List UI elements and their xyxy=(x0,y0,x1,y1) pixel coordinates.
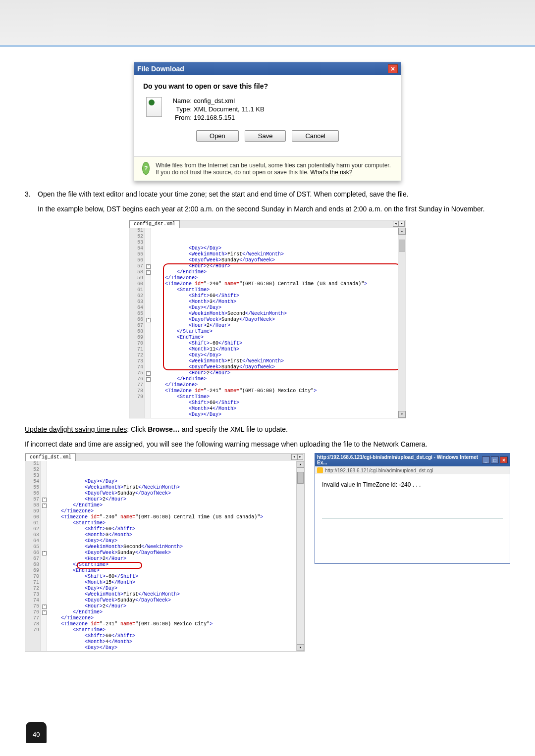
fold-gutter[interactable] xyxy=(41,461,47,651)
dialog-title-text: File Download xyxy=(137,65,184,73)
from-label: From: xyxy=(169,114,192,121)
incorrect-paragraph: If incorrect date and time are assigned,… xyxy=(25,440,510,448)
scroll-down-icon[interactable]: ▾ xyxy=(297,644,304,651)
name-label: Name: xyxy=(169,97,192,104)
shield-help-icon: ? xyxy=(142,162,150,175)
tab-scroll-right-icon[interactable]: ▸ xyxy=(297,454,303,460)
xml-editor-2: config_dst.xml ◂ ▸ 515253545556575859606… xyxy=(25,453,305,652)
step-text: Open the file with text editor and locat… xyxy=(38,190,409,198)
browser-url: http://192.168.6.121/cgi-bin/admin/uploa… xyxy=(325,468,433,473)
browser-body: Invalid value in TimeZone id: -240 . . . xyxy=(315,474,510,563)
line-number-gutter: 5152535455565758596061626364656667686970… xyxy=(129,228,145,418)
minimize-icon[interactable]: _ xyxy=(482,456,490,463)
file-xml-icon xyxy=(146,97,162,117)
code-area[interactable]: <Day></Day> <WeekinMonth>First</WeekinMo… xyxy=(151,228,398,418)
example-paragraph: In the example below, DST begins each ye… xyxy=(38,205,510,213)
cancel-button[interactable]: Cancel xyxy=(292,130,338,142)
line-number-gutter: 5152535455565758596061626364656667686970… xyxy=(25,461,41,651)
browse-label: Browse… xyxy=(148,425,180,433)
tab-scroll-left-icon[interactable]: ◂ xyxy=(393,221,399,227)
tab-scroll-right-icon[interactable]: ▸ xyxy=(399,221,405,227)
close-icon[interactable]: × xyxy=(500,456,508,463)
page-icon xyxy=(317,467,323,473)
page-header-band xyxy=(0,0,535,47)
browser-error-window: http://192.168.6.121/cgi-bin/admin/uploa… xyxy=(315,453,510,564)
from-value: 192.168.5.151 xyxy=(194,114,235,121)
editor-tabbar: config_dst.xml ◂ ▸ xyxy=(129,220,406,228)
file-download-dialog: File Download × Do you want to open or s… xyxy=(134,62,401,181)
fold-gutter[interactable] xyxy=(145,228,151,418)
xml-editor-1: config_dst.xml ◂ ▸ 515253545556575859606… xyxy=(129,220,406,418)
browser-title: http://192.168.6.121/cgi-bin/admin/uploa… xyxy=(317,454,482,465)
update-sentence: Update daylight saving time rules: Click… xyxy=(25,425,510,433)
name-value: config_dst.xml xyxy=(194,97,235,104)
dialog-question: Do you want to open or save this file? xyxy=(143,82,392,90)
type-label: Type: xyxy=(169,105,192,113)
step-number: 3. xyxy=(25,190,35,198)
vertical-scrollbar[interactable]: ▴ ▾ xyxy=(398,228,406,418)
scroll-up-icon[interactable]: ▴ xyxy=(297,461,304,468)
save-button[interactable]: Save xyxy=(245,130,286,142)
browser-address-bar[interactable]: http://192.168.6.121/cgi-bin/admin/uploa… xyxy=(315,466,510,474)
scroll-thumb[interactable] xyxy=(399,240,405,252)
tab-scroll-left-icon[interactable]: ◂ xyxy=(291,454,297,460)
code-area[interactable]: <Day></Day> <WeekinMonth>First</WeekinMo… xyxy=(47,461,296,651)
maximize-icon[interactable]: □ xyxy=(491,456,499,463)
page-number: 40 xyxy=(26,722,47,743)
whats-the-risk-link[interactable]: What's the risk? xyxy=(310,169,352,176)
dialog-titlebar: File Download × xyxy=(134,62,401,75)
scroll-up-icon[interactable]: ▴ xyxy=(398,228,406,235)
dialog-warning-text: While files from the Internet can be use… xyxy=(156,162,393,176)
file-fields: Name:config_dst.xml Type:XML Document, 1… xyxy=(169,97,265,122)
scroll-thumb[interactable] xyxy=(297,472,304,484)
open-button[interactable]: Open xyxy=(196,130,239,142)
type-value: XML Document, 11.1 KB xyxy=(194,105,265,113)
error-message: Invalid value in TimeZone id: -240 . . . xyxy=(322,481,503,488)
vertical-scrollbar[interactable]: ▴ ▾ xyxy=(296,461,304,651)
scroll-down-icon[interactable]: ▾ xyxy=(398,411,406,418)
close-icon[interactable]: × xyxy=(388,64,398,73)
editor-tab[interactable]: config_dst.xml xyxy=(129,220,180,228)
editor-tab[interactable]: config_dst.xml xyxy=(25,454,76,461)
